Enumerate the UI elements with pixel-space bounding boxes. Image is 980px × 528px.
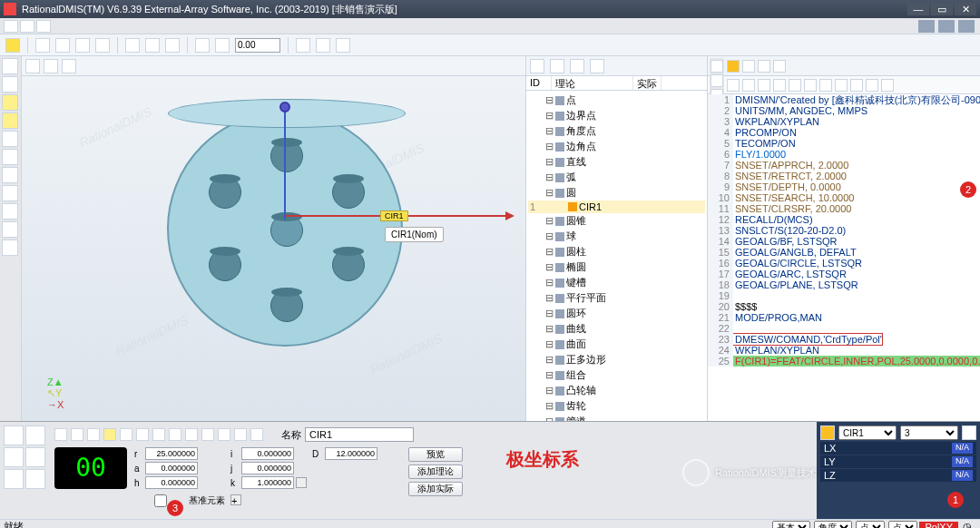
tree-item[interactable]: ⊟平行平面: [528, 290, 705, 306]
home-icon[interactable]: [5, 38, 20, 53]
tree-item[interactable]: ⊟正多边形: [528, 352, 705, 367]
tree-item[interactable]: 1CIR1: [528, 200, 705, 213]
code-line[interactable]: 25F(CIR1)=FEAT/CIRCLE,INNER,POL,25.0000,…: [708, 356, 980, 367]
tool-icon-9[interactable]: [316, 38, 330, 53]
tool-icon-3[interactable]: [125, 38, 140, 53]
tree-item[interactable]: ⊟组合: [528, 367, 705, 383]
vp-save-icon[interactable]: [25, 59, 40, 73]
vp-icon-3[interactable]: [62, 59, 76, 73]
polxy-button[interactable]: PolXY: [919, 522, 958, 529]
preview-button[interactable]: 预览: [408, 447, 463, 462]
ft-plane-icon[interactable]: [87, 428, 100, 441]
tool-icon-1[interactable]: [75, 38, 90, 53]
tree-tool-2-icon[interactable]: [550, 59, 564, 73]
minimize-button[interactable]: —: [907, 3, 929, 15]
status-dot-select[interactable]: 点: [856, 521, 885, 529]
3d-viewport[interactable]: RationalDMIS RationalDMIS RationalDMIS R…: [22, 56, 526, 421]
vtool-move-icon[interactable]: [2, 76, 18, 93]
toolbar-value-input[interactable]: [235, 38, 280, 53]
feature-label[interactable]: CIR1: [380, 210, 408, 221]
tree-item[interactable]: ⊟曲面: [528, 337, 705, 352]
tree-item[interactable]: ⊟椭圆: [528, 259, 705, 275]
status-angle-select[interactable]: 角度: [814, 521, 852, 529]
ce-cut-icon[interactable]: [758, 79, 770, 92]
a-input[interactable]: [145, 462, 198, 474]
ce-undo-icon[interactable]: [804, 79, 817, 92]
bl-cube-icon[interactable]: [4, 425, 24, 445]
hole-1[interactable]: [270, 140, 303, 172]
cp-icon-5[interactable]: [773, 60, 786, 73]
tree-item[interactable]: ⊟弧: [528, 170, 705, 185]
code-line[interactable]: 9SNSET/DEPTH, 0.0000: [708, 181, 980, 192]
tree-item[interactable]: ⊟圆柱: [528, 244, 705, 259]
bl-misc-icon[interactable]: [25, 469, 45, 489]
tree-item[interactable]: ⊟圆: [528, 185, 705, 200]
status-clock-icon[interactable]: ◷: [958, 521, 976, 528]
cp-doc-icon[interactable]: [742, 60, 755, 73]
rv-icon-2[interactable]: [710, 74, 723, 87]
tree-item[interactable]: ⊟圆环: [528, 306, 705, 321]
r-input[interactable]: [145, 447, 198, 460]
ft-arc-icon[interactable]: [120, 428, 132, 441]
code-line[interactable]: 14GEOALG/BF, LSTSQR: [708, 236, 980, 247]
code-line[interactable]: 16GEOALG/CIRCLE, LSTSQR: [708, 258, 980, 269]
code-line[interactable]: 20$$$$: [708, 301, 980, 312]
code-line[interactable]: 12RECALL/D(MCS): [708, 214, 980, 225]
close-button[interactable]: ✕: [955, 3, 976, 15]
hole-5[interactable]: [209, 249, 241, 281]
hole-2[interactable]: [332, 176, 365, 209]
open-icon[interactable]: [35, 38, 50, 53]
ce-redo-icon[interactable]: [819, 79, 832, 92]
ft-circle-icon[interactable]: [103, 428, 116, 441]
code-line[interactable]: 24WKPLAN/XYPLAN: [708, 345, 980, 356]
vp-icon-2[interactable]: [44, 59, 58, 73]
tree-item[interactable]: ⊟点: [528, 93, 705, 108]
j-input[interactable]: [241, 462, 294, 474]
bl-tol-icon[interactable]: [25, 447, 45, 467]
index-select[interactable]: 3: [900, 425, 958, 440]
ce-find-icon[interactable]: [835, 79, 848, 92]
tool-icon-4[interactable]: [145, 38, 160, 53]
status-basic-select[interactable]: 基本: [772, 521, 810, 529]
code-line[interactable]: 3WKPLAN/XYPLAN: [708, 116, 980, 127]
vtool-zoomin-icon[interactable]: [2, 94, 18, 111]
col-id[interactable]: ID: [526, 76, 552, 90]
code-line[interactable]: 19: [708, 290, 980, 301]
palette-icon[interactable]: [918, 20, 935, 33]
code-line[interactable]: 18GEOALG/PLANE, LSTSQR: [708, 279, 980, 290]
feature-name-input[interactable]: [305, 427, 414, 442]
i-input[interactable]: [241, 447, 294, 460]
code-line[interactable]: 5TECOMP/ON: [708, 138, 980, 149]
vtool-axis-icon[interactable]: [2, 221, 18, 238]
bl-gauge-icon[interactable]: [4, 447, 24, 467]
ft-sphere-icon[interactable]: [201, 428, 214, 441]
ce-open-icon[interactable]: [727, 79, 740, 92]
settings-icon[interactable]: [958, 20, 975, 33]
add-actual-button[interactable]: 添加实际: [408, 482, 463, 496]
tool-icon-7[interactable]: [215, 38, 230, 53]
tree-item[interactable]: ⊟球: [528, 229, 705, 244]
ft-curve-icon[interactable]: [234, 428, 247, 441]
cp-cup-icon[interactable]: [727, 60, 740, 73]
ft-slot-icon[interactable]: [152, 428, 165, 441]
tree-item[interactable]: ⊟圆锥: [528, 213, 705, 229]
code-editor[interactable]: 1DMISMN/'Created by [鑫科精诚科技(北京)有限公司-0901…: [708, 94, 980, 421]
ce-save-icon[interactable]: [742, 79, 755, 92]
cp-icon-4[interactable]: [758, 60, 770, 73]
code-line[interactable]: 8SNSET/RETRCT, 2.0000: [708, 171, 980, 181]
tool-icon-5[interactable]: [165, 38, 180, 53]
ce-icon-12[interactable]: [881, 79, 894, 92]
bl-shape-icon[interactable]: [25, 425, 45, 445]
coord-cube-icon[interactable]: [820, 425, 835, 440]
ft-surf-icon[interactable]: [250, 428, 263, 441]
vtool-grid-icon[interactable]: [2, 203, 18, 220]
vtool-paint-icon[interactable]: [2, 185, 18, 201]
tree-tool-1-icon[interactable]: [530, 59, 544, 73]
ce-copy-icon[interactable]: [773, 79, 786, 92]
inc-icon[interactable]: +: [230, 494, 241, 505]
ce-icon-10[interactable]: [850, 79, 863, 92]
code-line[interactable]: 15GEOALG/ANGLB, DEFALT: [708, 247, 980, 258]
code-line[interactable]: 22: [708, 323, 980, 334]
vtool-rotate-icon[interactable]: [2, 131, 18, 147]
bl-wrench-icon[interactable]: [4, 469, 24, 489]
